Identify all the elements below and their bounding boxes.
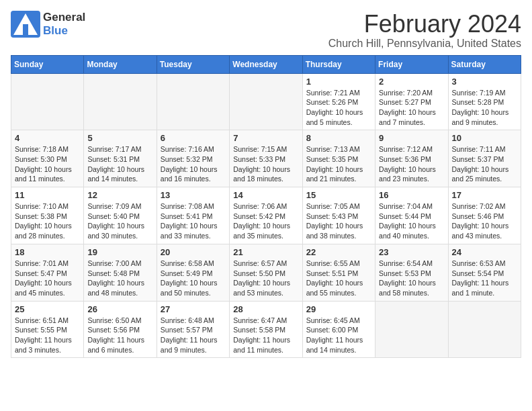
title-block: February 2024 Church Hill, Pennsylvania,… (328, 11, 521, 50)
day-number: 18 (15, 247, 80, 257)
day-number: 7 (233, 133, 298, 143)
day-info: Sunrise: 7:19 AM Sunset: 5:28 PM Dayligh… (452, 89, 509, 126)
calendar-header: SundayMondayTuesdayWednesdayThursdayFrid… (11, 55, 521, 73)
header-friday: Friday (375, 55, 448, 73)
calendar-cell: 3Sunrise: 7:19 AM Sunset: 5:28 PM Daylig… (448, 73, 521, 130)
week-row-1: 4Sunrise: 7:18 AM Sunset: 5:30 PM Daylig… (11, 130, 521, 187)
day-info: Sunrise: 6:48 AM Sunset: 5:57 PM Dayligh… (161, 316, 218, 354)
day-number: 5 (87, 133, 152, 143)
day-number: 8 (306, 133, 371, 143)
day-number: 15 (306, 190, 371, 200)
day-info: Sunrise: 7:20 AM Sunset: 5:27 PM Dayligh… (379, 89, 436, 126)
day-info: Sunrise: 6:54 AM Sunset: 5:53 PM Dayligh… (379, 259, 436, 297)
calendar-cell: 26Sunrise: 6:50 AM Sunset: 5:56 PM Dayli… (84, 301, 157, 358)
day-info: Sunrise: 6:58 AM Sunset: 5:49 PM Dayligh… (161, 259, 218, 297)
day-number: 25 (15, 304, 80, 314)
day-info: Sunrise: 6:55 AM Sunset: 5:51 PM Dayligh… (306, 259, 363, 297)
header-thursday: Thursday (302, 55, 375, 73)
day-number: 20 (161, 247, 226, 257)
day-number: 9 (379, 133, 444, 143)
calendar-cell: 16Sunrise: 7:04 AM Sunset: 5:44 PM Dayli… (375, 187, 448, 244)
day-number: 29 (306, 304, 371, 314)
day-number: 6 (161, 133, 226, 143)
calendar-cell: 7Sunrise: 7:15 AM Sunset: 5:33 PM Daylig… (230, 130, 302, 187)
day-info: Sunrise: 6:45 AM Sunset: 6:00 PM Dayligh… (306, 316, 363, 354)
day-info: Sunrise: 6:47 AM Sunset: 5:58 PM Dayligh… (233, 316, 290, 354)
calendar-cell: 12Sunrise: 7:09 AM Sunset: 5:40 PM Dayli… (84, 187, 157, 244)
calendar-cell (11, 73, 84, 130)
calendar-cell: 18Sunrise: 7:01 AM Sunset: 5:47 PM Dayli… (11, 244, 84, 301)
day-info: Sunrise: 7:08 AM Sunset: 5:41 PM Dayligh… (161, 202, 218, 240)
calendar-cell (230, 73, 302, 130)
day-info: Sunrise: 6:50 AM Sunset: 5:56 PM Dayligh… (87, 316, 144, 354)
calendar-cell: 1Sunrise: 7:21 AM Sunset: 5:26 PM Daylig… (302, 73, 375, 130)
calendar-cell: 23Sunrise: 6:54 AM Sunset: 5:53 PM Dayli… (375, 244, 448, 301)
day-info: Sunrise: 7:11 AM Sunset: 5:37 PM Dayligh… (452, 145, 509, 183)
calendar-cell: 9Sunrise: 7:12 AM Sunset: 5:36 PM Daylig… (375, 130, 448, 187)
day-number: 24 (452, 247, 517, 257)
day-number: 17 (452, 190, 517, 200)
calendar-title: February 2024 (328, 11, 521, 38)
logo-general: General (43, 11, 85, 24)
calendar-cell: 13Sunrise: 7:08 AM Sunset: 5:41 PM Dayli… (157, 187, 229, 244)
header-monday: Monday (84, 55, 157, 73)
calendar-cell: 19Sunrise: 7:00 AM Sunset: 5:48 PM Dayli… (84, 244, 157, 301)
header-tuesday: Tuesday (157, 55, 229, 73)
day-number: 1 (306, 77, 371, 87)
day-number: 10 (452, 133, 517, 143)
calendar-cell (375, 301, 448, 358)
day-info: Sunrise: 7:00 AM Sunset: 5:48 PM Dayligh… (87, 259, 144, 297)
day-number: 13 (161, 190, 226, 200)
day-number: 14 (233, 190, 298, 200)
day-info: Sunrise: 7:16 AM Sunset: 5:32 PM Dayligh… (161, 145, 218, 183)
logo-text: General Blue (43, 11, 85, 38)
calendar-cell: 17Sunrise: 7:02 AM Sunset: 5:46 PM Dayli… (448, 187, 521, 244)
calendar-cell: 4Sunrise: 7:18 AM Sunset: 5:30 PM Daylig… (11, 130, 84, 187)
week-row-4: 25Sunrise: 6:51 AM Sunset: 5:55 PM Dayli… (11, 301, 521, 358)
calendar-body: 1Sunrise: 7:21 AM Sunset: 5:26 PM Daylig… (11, 73, 521, 358)
calendar-cell: 22Sunrise: 6:55 AM Sunset: 5:51 PM Dayli… (302, 244, 375, 301)
calendar-subtitle: Church Hill, Pennsylvania, United States (328, 38, 521, 50)
calendar-cell: 14Sunrise: 7:06 AM Sunset: 5:42 PM Dayli… (230, 187, 302, 244)
day-number: 19 (87, 247, 152, 257)
day-number: 16 (379, 190, 444, 200)
header-sunday: Sunday (11, 55, 84, 73)
calendar-cell: 28Sunrise: 6:47 AM Sunset: 5:58 PM Dayli… (230, 301, 302, 358)
day-info: Sunrise: 7:09 AM Sunset: 5:40 PM Dayligh… (87, 202, 144, 240)
day-number: 27 (161, 304, 226, 314)
week-row-2: 11Sunrise: 7:10 AM Sunset: 5:38 PM Dayli… (11, 187, 521, 244)
calendar-cell: 5Sunrise: 7:17 AM Sunset: 5:31 PM Daylig… (84, 130, 157, 187)
day-number: 4 (15, 133, 80, 143)
header-saturday: Saturday (448, 55, 521, 73)
calendar-cell: 27Sunrise: 6:48 AM Sunset: 5:57 PM Dayli… (157, 301, 229, 358)
page-header: General Blue February 2024 Church Hill, … (11, 11, 521, 50)
calendar-cell: 10Sunrise: 7:11 AM Sunset: 5:37 PM Dayli… (448, 130, 521, 187)
day-info: Sunrise: 7:17 AM Sunset: 5:31 PM Dayligh… (87, 145, 144, 183)
header-row: SundayMondayTuesdayWednesdayThursdayFrid… (11, 55, 521, 73)
day-number: 11 (15, 190, 80, 200)
day-info: Sunrise: 7:12 AM Sunset: 5:36 PM Dayligh… (379, 145, 436, 183)
calendar-table: SundayMondayTuesdayWednesdayThursdayFrid… (11, 55, 521, 359)
day-info: Sunrise: 7:18 AM Sunset: 5:30 PM Dayligh… (15, 145, 72, 183)
day-number: 21 (233, 247, 298, 257)
calendar-cell: 11Sunrise: 7:10 AM Sunset: 5:38 PM Dayli… (11, 187, 84, 244)
calendar-cell (157, 73, 229, 130)
calendar-cell: 6Sunrise: 7:16 AM Sunset: 5:32 PM Daylig… (157, 130, 229, 187)
logo-blue: Blue (43, 24, 85, 38)
day-info: Sunrise: 7:05 AM Sunset: 5:43 PM Dayligh… (306, 202, 363, 240)
calendar-cell (448, 301, 521, 358)
logo: General Blue (11, 11, 85, 38)
day-info: Sunrise: 6:57 AM Sunset: 5:50 PM Dayligh… (233, 259, 290, 297)
day-info: Sunrise: 7:02 AM Sunset: 5:46 PM Dayligh… (452, 202, 509, 240)
day-number: 3 (452, 77, 517, 87)
day-number: 26 (87, 304, 152, 314)
day-number: 22 (306, 247, 371, 257)
calendar-cell: 21Sunrise: 6:57 AM Sunset: 5:50 PM Dayli… (230, 244, 302, 301)
svg-rect-2 (23, 24, 28, 35)
day-number: 23 (379, 247, 444, 257)
calendar-cell: 24Sunrise: 6:53 AM Sunset: 5:54 PM Dayli… (448, 244, 521, 301)
day-info: Sunrise: 7:06 AM Sunset: 5:42 PM Dayligh… (233, 202, 290, 240)
day-number: 28 (233, 304, 298, 314)
calendar-cell: 25Sunrise: 6:51 AM Sunset: 5:55 PM Dayli… (11, 301, 84, 358)
day-number: 2 (379, 77, 444, 87)
